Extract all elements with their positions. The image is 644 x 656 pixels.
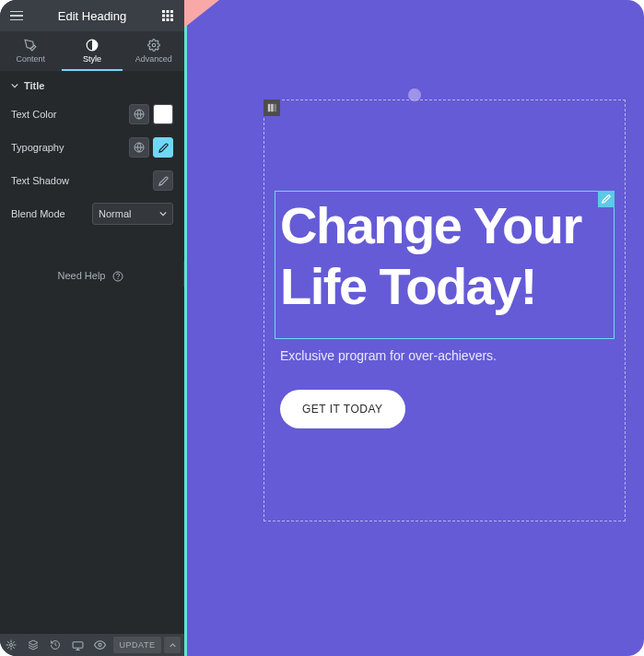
blend-mode-label: Blend Mode [11, 208, 65, 219]
caret-down-icon [159, 210, 167, 217]
text-color-swatch[interactable] [153, 104, 173, 124]
widgets-icon[interactable] [160, 8, 175, 23]
globe-icon[interactable] [129, 137, 149, 158]
preview-icon[interactable] [88, 634, 111, 656]
page-heading[interactable]: Change Your Life Today! [280, 195, 609, 316]
update-button[interactable]: UPDATE [113, 637, 161, 653]
responsive-icon[interactable] [66, 634, 88, 656]
column-handle-icon[interactable] [263, 100, 280, 116]
svg-rect-16 [73, 641, 83, 648]
svg-rect-1 [166, 10, 169, 13]
svg-point-14 [117, 278, 118, 279]
caret-down-icon [11, 82, 18, 89]
svg-rect-8 [170, 18, 173, 21]
svg-rect-0 [162, 10, 165, 13]
page-subtext[interactable]: Exclusive program for over-achievers. [280, 348, 497, 363]
cta-button[interactable]: GET IT TODAY [280, 390, 405, 428]
panel-title: Edit Heading [58, 9, 126, 23]
settings-icon[interactable] [0, 634, 22, 656]
editor-sidebar: Edit Heading Content Style Advanced [0, 0, 184, 656]
tab-advanced[interactable]: Advanced [123, 31, 184, 71]
text-color-label: Text Color [11, 109, 57, 120]
svg-point-10 [152, 43, 156, 47]
canvas-edge [184, 0, 187, 656]
svg-rect-5 [170, 15, 173, 18]
svg-rect-7 [166, 18, 169, 21]
typography-edit-button[interactable] [153, 137, 173, 158]
svg-rect-2 [170, 10, 173, 13]
typography-label: Typography [11, 142, 64, 153]
svg-point-17 [98, 643, 100, 646]
history-icon[interactable] [44, 634, 66, 656]
svg-rect-20 [275, 104, 277, 111]
globe-icon[interactable] [129, 104, 149, 124]
svg-rect-6 [162, 18, 165, 21]
svg-rect-3 [162, 15, 165, 18]
section-title-label: Title [24, 80, 44, 91]
svg-rect-18 [268, 104, 271, 111]
blend-mode-select[interactable]: Normal [92, 203, 173, 225]
editor-tabs: Content Style Advanced [0, 31, 184, 71]
sidebar-footer: UPDATE [0, 634, 184, 656]
svg-rect-4 [166, 15, 169, 18]
help-link[interactable]: Need Help [0, 270, 184, 282]
svg-rect-19 [271, 104, 274, 111]
help-icon [112, 271, 123, 282]
text-shadow-label: Text Shadow [11, 175, 69, 186]
style-controls: Text Color Typography [0, 100, 184, 233]
blend-mode-value: Normal [99, 208, 131, 219]
navigator-icon[interactable] [22, 634, 44, 656]
svg-point-15 [10, 644, 13, 647]
canvas[interactable]: Change Your Life Today! Exclusive progra… [184, 0, 644, 656]
save-options-button[interactable] [164, 637, 181, 653]
text-shadow-edit-button[interactable] [153, 170, 173, 191]
sidebar-header: Edit Heading [0, 0, 184, 31]
menu-icon[interactable] [9, 8, 24, 23]
tab-content[interactable]: Content [0, 31, 62, 71]
section-title-toggle[interactable]: Title [0, 71, 184, 100]
tab-style[interactable]: Style [62, 31, 123, 71]
